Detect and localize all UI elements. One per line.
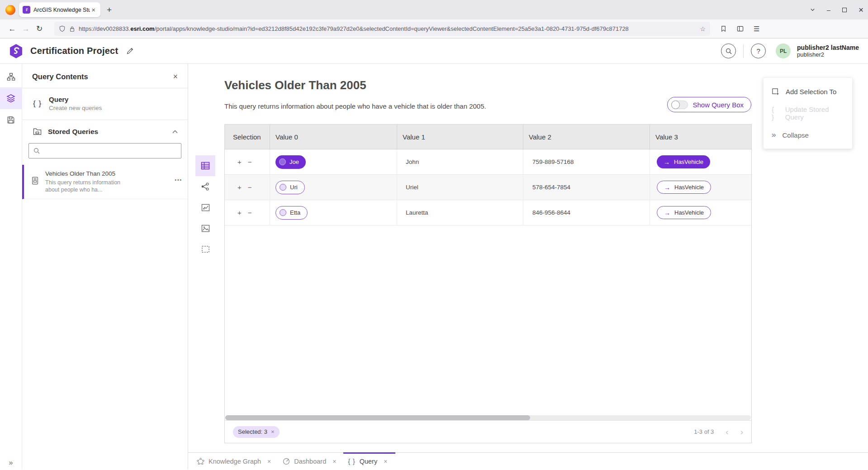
reload-button-icon[interactable]: ↻ bbox=[33, 24, 46, 34]
table-view-button[interactable] bbox=[195, 155, 215, 176]
next-page-icon[interactable]: › bbox=[740, 427, 743, 437]
rail-save-button[interactable] bbox=[0, 109, 22, 131]
arrow-right-icon: → bbox=[664, 209, 670, 216]
lock-icon[interactable] bbox=[69, 26, 75, 32]
new-tab-button[interactable]: + bbox=[107, 5, 112, 15]
zoom-out-row-button[interactable]: − bbox=[248, 183, 252, 191]
expand-panel-icon[interactable]: » bbox=[9, 459, 13, 467]
panel-title: Query Contents bbox=[32, 72, 173, 81]
menu-hamburger-icon[interactable]: ☰ bbox=[754, 25, 759, 33]
column-header[interactable]: Value 2 bbox=[523, 125, 650, 149]
zoom-in-row-button[interactable]: + bbox=[237, 183, 242, 191]
browser-url-bar: ← → ↻ https://dev0028833.esri.com/portal… bbox=[0, 19, 868, 38]
tab-knowledge-graph[interactable]: Knowledge Graph × bbox=[195, 453, 281, 470]
tab-dashboard[interactable]: Dashboard × bbox=[281, 453, 346, 470]
table-empty-area bbox=[225, 225, 751, 415]
url-field[interactable]: https://dev0028833.esri.com/portal/apps/… bbox=[54, 22, 710, 36]
window-minimize-button[interactable]: – bbox=[827, 6, 830, 14]
new-query-item[interactable]: { } Query Create new queries bbox=[22, 88, 188, 120]
chart-view-button[interactable] bbox=[195, 197, 215, 218]
bookmark-star-icon[interactable]: ☆ bbox=[700, 25, 706, 33]
close-tab-icon[interactable]: × bbox=[332, 458, 336, 465]
edit-pencil-icon[interactable] bbox=[126, 47, 134, 55]
column-header[interactable]: Value 3 bbox=[650, 125, 751, 149]
dashboard-gauge-icon bbox=[283, 458, 290, 465]
help-button[interactable]: ? bbox=[751, 43, 766, 58]
previous-page-icon[interactable]: ‹ bbox=[726, 427, 728, 437]
table-row[interactable]: + − Uri Uriel 578-654-7854 →HasVehicle bbox=[225, 175, 751, 200]
back-button-icon[interactable]: ← bbox=[5, 24, 19, 34]
list-tabs-icon[interactable] bbox=[810, 7, 815, 12]
page-title: Vehicles Older Than 2005 bbox=[224, 78, 366, 92]
close-tab-icon[interactable]: × bbox=[384, 458, 387, 465]
column-header[interactable]: Selection bbox=[225, 125, 270, 149]
entity-pill[interactable]: Joe bbox=[275, 155, 306, 169]
stored-queries-search-input[interactable] bbox=[28, 143, 181, 158]
rail-contents-button[interactable] bbox=[0, 87, 22, 109]
cell-value1: Uriel bbox=[397, 175, 523, 200]
cell-value1: John bbox=[397, 149, 523, 174]
hierarchy-tree-icon bbox=[7, 72, 15, 81]
query-contents-panel: Query Contents × { } Query Create new qu… bbox=[22, 64, 188, 470]
cell-value2: 846-956-8644 bbox=[523, 200, 650, 225]
stored-query-title: Vehicles Older Than 2005 bbox=[45, 170, 168, 177]
view-switcher-strip bbox=[195, 155, 215, 259]
forward-button-icon[interactable]: → bbox=[19, 24, 33, 34]
menu-item-collapse[interactable]: » Collapse bbox=[764, 124, 852, 146]
user-avatar[interactable]: PL bbox=[776, 43, 791, 58]
sidebar-toggle-icon[interactable] bbox=[737, 25, 744, 32]
entity-pill[interactable]: Etta bbox=[275, 206, 308, 220]
query-item-title: Query bbox=[49, 96, 102, 103]
table-header-row: Selection Value 0 Value 1 Value 2 Value … bbox=[225, 125, 751, 149]
toggle-switch[interactable] bbox=[671, 101, 688, 109]
save-bookmark-icon[interactable] bbox=[720, 25, 727, 32]
stored-query-list-item[interactable]: Vehicles Older Than 2005 This query retu… bbox=[22, 165, 188, 199]
relationship-pill[interactable]: →HasVehicle bbox=[657, 155, 710, 168]
rail-data-model-button[interactable] bbox=[0, 66, 22, 87]
browser-tab-strip: ArcGIS Knowledge Studio × + – × bbox=[0, 0, 868, 19]
relationship-pill[interactable]: →HasVehicle bbox=[657, 206, 711, 219]
relationship-pill[interactable]: →HasVehicle bbox=[657, 181, 711, 194]
stored-queries-header[interactable]: Stored Queries bbox=[22, 120, 188, 141]
cell-value1: Lauretta bbox=[397, 200, 523, 225]
window-close-button[interactable]: × bbox=[859, 5, 863, 15]
firefox-icon[interactable] bbox=[5, 5, 15, 15]
table-row[interactable]: + − Etta Lauretta 846-956-8644 →HasVehic… bbox=[225, 200, 751, 225]
map-view-button[interactable] bbox=[195, 218, 215, 239]
item-options-ellipsis-icon[interactable]: ••• bbox=[175, 170, 182, 193]
tab-close-icon[interactable]: × bbox=[90, 6, 97, 14]
table-row[interactable]: + − Joe John 759-889-57168 →HasVehicle bbox=[225, 149, 751, 175]
zoom-in-row-button[interactable]: + bbox=[237, 158, 242, 166]
panel-close-icon[interactable]: × bbox=[173, 72, 178, 82]
search-button[interactable] bbox=[721, 43, 736, 58]
entity-pill[interactable]: Uri bbox=[275, 181, 305, 194]
table-grid-icon bbox=[201, 162, 210, 170]
show-query-box-toggle[interactable]: Show Query Box bbox=[667, 97, 751, 112]
shield-icon[interactable] bbox=[59, 25, 66, 32]
close-tab-icon[interactable]: × bbox=[267, 458, 271, 465]
horizontal-scrollbar[interactable] bbox=[225, 415, 751, 420]
window-maximize-button[interactable] bbox=[842, 8, 847, 12]
collapse-section-chevron-icon[interactable] bbox=[172, 130, 178, 134]
query-item-subtitle: Create new queries bbox=[49, 105, 102, 111]
column-header[interactable]: Value 0 bbox=[270, 125, 397, 149]
zoom-out-row-button[interactable]: − bbox=[248, 209, 252, 216]
tab-query[interactable]: { } Query × bbox=[346, 453, 397, 470]
browser-tab[interactable]: ArcGIS Knowledge Studio × bbox=[19, 2, 100, 17]
link-chart-view-button[interactable] bbox=[195, 176, 215, 197]
selected-count-chip[interactable]: Selected: 3 × bbox=[233, 426, 280, 438]
zoom-out-row-button[interactable]: − bbox=[248, 158, 252, 166]
user-role: publisher2 bbox=[797, 51, 859, 58]
query-viewer-content: Vehicles Older Than 2005 This query retu… bbox=[188, 64, 868, 452]
header-divider bbox=[743, 44, 744, 58]
column-header[interactable]: Value 1 bbox=[397, 125, 523, 149]
menu-item-add-selection-to[interactable]: Add Selection To bbox=[764, 81, 852, 102]
clear-selection-icon[interactable]: × bbox=[271, 428, 275, 435]
save-floppy-icon bbox=[7, 116, 15, 124]
scrollbar-thumb[interactable] bbox=[225, 415, 530, 420]
cell-value2: 578-654-7854 bbox=[523, 175, 650, 200]
menu-item-update-stored-query[interactable]: { } Update Stored Query bbox=[764, 102, 852, 124]
zoom-in-row-button[interactable]: + bbox=[237, 209, 242, 216]
select-view-button[interactable] bbox=[195, 239, 215, 259]
user-info[interactable]: publisher2 lastName publisher2 bbox=[797, 44, 859, 58]
